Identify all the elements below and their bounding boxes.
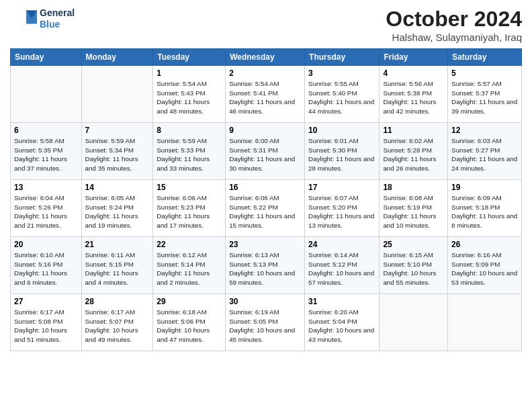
calendar-cell: 30Sunrise: 6:19 AM Sunset: 5:05 PM Dayli… [226, 294, 305, 351]
day-info: Sunrise: 6:13 AM Sunset: 5:13 PM Dayligh… [229, 250, 301, 287]
day-info: Sunrise: 5:56 AM Sunset: 5:38 PM Dayligh… [383, 79, 444, 116]
calendar-cell [81, 66, 153, 123]
calendar-cell: 29Sunrise: 6:18 AM Sunset: 5:06 PM Dayli… [153, 294, 226, 351]
header: General Blue October 2024 Halshaw, Sulay… [10, 7, 522, 43]
day-info: Sunrise: 6:02 AM Sunset: 5:28 PM Dayligh… [383, 136, 444, 173]
day-number: 12 [451, 126, 518, 135]
day-info: Sunrise: 6:05 AM Sunset: 5:24 PM Dayligh… [85, 193, 150, 230]
calendar-cell: 10Sunrise: 6:01 AM Sunset: 5:30 PM Dayli… [305, 123, 380, 180]
weekday-header-row: SundayMondayTuesdayWednesdayThursdayFrid… [11, 49, 522, 66]
day-number: 18 [383, 183, 444, 192]
day-info: Sunrise: 6:16 AM Sunset: 5:09 PM Dayligh… [451, 250, 518, 287]
day-number: 31 [308, 297, 375, 306]
day-number: 8 [157, 126, 222, 135]
day-info: Sunrise: 6:12 AM Sunset: 5:14 PM Dayligh… [157, 250, 222, 287]
weekday-header-monday: Monday [81, 49, 153, 66]
calendar-cell: 28Sunrise: 6:17 AM Sunset: 5:07 PM Dayli… [81, 294, 153, 351]
calendar-cell: 5Sunrise: 5:57 AM Sunset: 5:37 PM Daylig… [448, 66, 522, 123]
calendar-cell: 27Sunrise: 6:17 AM Sunset: 5:08 PM Dayli… [11, 294, 82, 351]
day-number: 30 [229, 297, 301, 306]
day-number: 4 [383, 68, 444, 78]
calendar-cell [11, 66, 82, 123]
calendar-cell [380, 294, 448, 351]
calendar-cell: 6Sunrise: 5:58 AM Sunset: 5:35 PM Daylig… [11, 123, 82, 180]
day-number: 11 [383, 126, 444, 135]
week-row-5: 27Sunrise: 6:17 AM Sunset: 5:08 PM Dayli… [11, 294, 522, 351]
weekday-header-friday: Friday [380, 49, 448, 66]
day-info: Sunrise: 5:58 AM Sunset: 5:35 PM Dayligh… [14, 136, 78, 173]
title-section: October 2024 Halshaw, Sulaymaniyah, Iraq [386, 7, 522, 43]
day-info: Sunrise: 6:14 AM Sunset: 5:12 PM Dayligh… [308, 250, 375, 287]
day-info: Sunrise: 6:11 AM Sunset: 5:15 PM Dayligh… [85, 250, 150, 287]
day-info: Sunrise: 6:08 AM Sunset: 5:19 PM Dayligh… [383, 193, 444, 230]
day-info: Sunrise: 5:59 AM Sunset: 5:33 PM Dayligh… [157, 136, 222, 173]
day-number: 14 [85, 183, 150, 192]
day-number: 6 [14, 126, 78, 135]
day-info: Sunrise: 6:03 AM Sunset: 5:27 PM Dayligh… [451, 136, 518, 173]
logo-icon [10, 7, 37, 30]
logo: General Blue [10, 7, 75, 30]
day-number: 20 [14, 240, 78, 249]
calendar-cell: 18Sunrise: 6:08 AM Sunset: 5:19 PM Dayli… [380, 180, 448, 237]
calendar-cell: 24Sunrise: 6:14 AM Sunset: 5:12 PM Dayli… [305, 237, 380, 294]
day-number: 19 [451, 183, 518, 192]
calendar-cell: 15Sunrise: 6:06 AM Sunset: 5:23 PM Dayli… [153, 180, 226, 237]
day-info: Sunrise: 6:15 AM Sunset: 5:10 PM Dayligh… [383, 250, 444, 287]
day-info: Sunrise: 6:17 AM Sunset: 5:07 PM Dayligh… [85, 308, 150, 345]
day-number: 21 [85, 240, 150, 249]
day-info: Sunrise: 5:55 AM Sunset: 5:40 PM Dayligh… [308, 79, 375, 116]
calendar-cell: 4Sunrise: 5:56 AM Sunset: 5:38 PM Daylig… [380, 66, 448, 123]
weekday-header-thursday: Thursday [305, 49, 380, 66]
calendar-cell: 14Sunrise: 6:05 AM Sunset: 5:24 PM Dayli… [81, 180, 153, 237]
logo-text: General Blue [40, 7, 75, 30]
day-number: 26 [451, 240, 518, 249]
day-info: Sunrise: 6:09 AM Sunset: 5:18 PM Dayligh… [451, 193, 518, 230]
calendar-cell: 2Sunrise: 5:54 AM Sunset: 5:41 PM Daylig… [226, 66, 305, 123]
day-number: 23 [229, 240, 301, 249]
day-info: Sunrise: 6:17 AM Sunset: 5:08 PM Dayligh… [14, 308, 78, 345]
day-info: Sunrise: 6:01 AM Sunset: 5:30 PM Dayligh… [308, 136, 375, 173]
calendar-cell: 20Sunrise: 6:10 AM Sunset: 5:16 PM Dayli… [11, 237, 82, 294]
day-number: 24 [308, 240, 375, 249]
day-number: 15 [157, 183, 222, 192]
month-title: October 2024 [386, 7, 522, 32]
day-info: Sunrise: 6:18 AM Sunset: 5:06 PM Dayligh… [157, 308, 222, 345]
day-info: Sunrise: 6:06 AM Sunset: 5:23 PM Dayligh… [157, 193, 222, 230]
day-info: Sunrise: 6:06 AM Sunset: 5:22 PM Dayligh… [229, 193, 301, 230]
day-number: 17 [308, 183, 375, 192]
week-row-2: 6Sunrise: 5:58 AM Sunset: 5:35 PM Daylig… [11, 123, 522, 180]
calendar-cell [448, 294, 522, 351]
day-info: Sunrise: 5:57 AM Sunset: 5:37 PM Dayligh… [451, 79, 518, 116]
calendar-cell: 16Sunrise: 6:06 AM Sunset: 5:22 PM Dayli… [226, 180, 305, 237]
calendar-cell: 19Sunrise: 6:09 AM Sunset: 5:18 PM Dayli… [448, 180, 522, 237]
day-number: 27 [14, 297, 78, 306]
day-number: 7 [85, 126, 150, 135]
calendar-cell: 3Sunrise: 5:55 AM Sunset: 5:40 PM Daylig… [305, 66, 380, 123]
day-number: 28 [85, 297, 150, 306]
calendar-table: SundayMondayTuesdayWednesdayThursdayFrid… [10, 48, 522, 351]
day-info: Sunrise: 6:00 AM Sunset: 5:31 PM Dayligh… [229, 136, 301, 173]
weekday-header-wednesday: Wednesday [226, 49, 305, 66]
day-number: 16 [229, 183, 301, 192]
day-number: 5 [451, 68, 518, 78]
calendar-cell: 7Sunrise: 5:59 AM Sunset: 5:34 PM Daylig… [81, 123, 153, 180]
location: Halshaw, Sulaymaniyah, Iraq [386, 32, 522, 43]
calendar-cell: 22Sunrise: 6:12 AM Sunset: 5:14 PM Dayli… [153, 237, 226, 294]
calendar-cell: 17Sunrise: 6:07 AM Sunset: 5:20 PM Dayli… [305, 180, 380, 237]
calendar-cell: 1Sunrise: 5:54 AM Sunset: 5:43 PM Daylig… [153, 66, 226, 123]
calendar-cell: 25Sunrise: 6:15 AM Sunset: 5:10 PM Dayli… [380, 237, 448, 294]
day-number: 29 [157, 297, 222, 306]
calendar-cell: 26Sunrise: 6:16 AM Sunset: 5:09 PM Dayli… [448, 237, 522, 294]
week-row-3: 13Sunrise: 6:04 AM Sunset: 5:26 PM Dayli… [11, 180, 522, 237]
day-info: Sunrise: 5:54 AM Sunset: 5:41 PM Dayligh… [229, 79, 301, 116]
weekday-header-sunday: Sunday [11, 49, 82, 66]
day-number: 25 [383, 240, 444, 249]
day-number: 9 [229, 126, 301, 135]
calendar-cell: 11Sunrise: 6:02 AM Sunset: 5:28 PM Dayli… [380, 123, 448, 180]
day-number: 1 [157, 68, 222, 78]
logo-blue-text: Blue [40, 19, 75, 30]
day-info: Sunrise: 5:54 AM Sunset: 5:43 PM Dayligh… [157, 79, 222, 116]
calendar-cell: 12Sunrise: 6:03 AM Sunset: 5:27 PM Dayli… [448, 123, 522, 180]
day-number: 2 [229, 68, 301, 78]
calendar-cell: 8Sunrise: 5:59 AM Sunset: 5:33 PM Daylig… [153, 123, 226, 180]
